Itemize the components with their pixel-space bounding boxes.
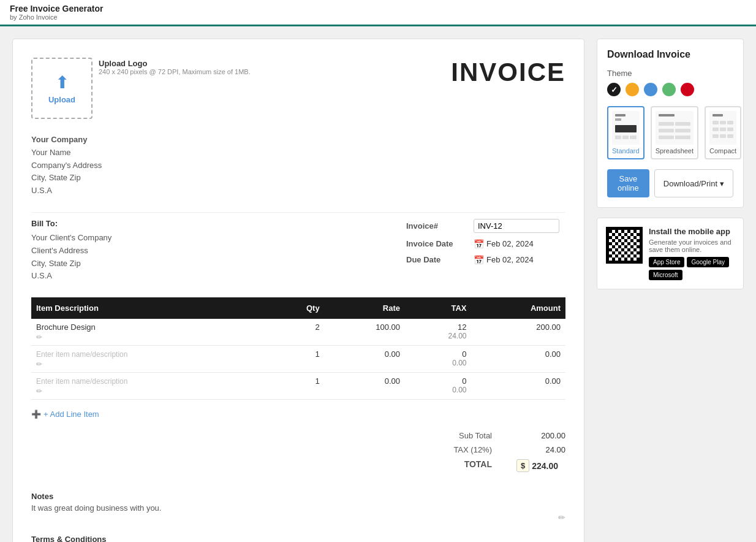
client-address[interactable]: Client's Address <box>31 245 406 258</box>
due-date-row: Due Date 📅 Feb 02, 2024 <box>406 255 565 265</box>
upload-title: Upload Logo <box>99 59 251 68</box>
standard-preview <box>612 111 640 145</box>
invoice-date-text[interactable]: Feb 02, 2024 <box>486 239 534 248</box>
col-rate: Rate <box>325 297 405 319</box>
row3-tax[interactable]: 0 0.00 <box>405 373 471 400</box>
mobile-app-title: Install the mobile app <box>649 227 735 236</box>
terms-section: Terms & Conditions Please make the payme… <box>31 535 565 542</box>
layout-compact[interactable]: Compact <box>705 106 741 159</box>
total-label: TOTAL <box>464 459 492 472</box>
col-tax: TAX <box>405 297 471 319</box>
add-line-label: + Add Line Item <box>43 410 99 419</box>
invoice-header: ⬆ Upload Upload Logo 240 x 240 pixels @ … <box>31 58 565 119</box>
add-line-item-button[interactable]: ➕ + Add Line Item <box>31 410 99 419</box>
theme-dot-dark[interactable] <box>607 83 621 96</box>
sender-company[interactable]: Your Company <box>31 134 565 147</box>
client-country[interactable]: U.S.A <box>31 270 406 283</box>
mobile-app-description: Generate your invoices and save them onl… <box>649 239 735 253</box>
notes-section: Notes It was great doing business with y… <box>31 492 565 522</box>
upload-icon: ⬆ <box>55 72 69 93</box>
calendar-icon-1: 📅 <box>474 239 484 249</box>
chevron-down-icon: ▾ <box>720 179 724 188</box>
theme-dot-green[interactable] <box>662 83 676 96</box>
row2-tax[interactable]: 0 0.00 <box>405 346 471 373</box>
notes-label: Notes <box>31 492 565 501</box>
sidebar-title: Download Invoice <box>607 49 733 60</box>
notes-text[interactable]: It was great doing business with you. <box>31 503 565 513</box>
invoice-title-text: INVOICE <box>451 58 565 87</box>
row1-tax[interactable]: 12 24.00 <box>405 319 471 346</box>
row2-description[interactable]: Enter item name/description ✏ <box>31 346 270 373</box>
theme-dot-blue[interactable] <box>644 83 657 96</box>
client-city[interactable]: City, State Zip <box>31 258 406 270</box>
row3-description[interactable]: Enter item name/description ✏ <box>31 373 270 400</box>
edit-icon-3[interactable]: ✏ <box>36 387 265 395</box>
qr-code <box>606 227 643 264</box>
bill-meta-row: Bill To: Your Client's Company Client's … <box>31 219 565 283</box>
total-amount: 224.00 <box>532 461 558 471</box>
theme-dot-red[interactable] <box>681 83 694 96</box>
sender-city-state-zip[interactable]: City, State Zip <box>31 172 565 185</box>
row2-amount[interactable]: 0.00 <box>472 346 565 373</box>
row1-description[interactable]: Brochure Design ✏ <box>31 319 270 346</box>
row1-qty[interactable]: 2 <box>270 319 325 346</box>
col-qty: Qty <box>270 297 325 319</box>
grand-total-row: TOTAL $ 224.00 <box>357 459 565 472</box>
spreadsheet-label: Spreadsheet <box>656 147 694 155</box>
total-value: $ 224.00 <box>516 459 565 472</box>
due-date-value: 📅 Feb 02, 2024 <box>474 255 565 265</box>
totals-section: Sub Total 200.00 TAX (12%) 24.00 TOTAL $… <box>31 431 565 477</box>
save-online-button[interactable]: Save online <box>607 169 649 197</box>
bill-to-section: Bill To: Your Client's Company Client's … <box>31 219 406 283</box>
row1-rate[interactable]: 100.00 <box>325 319 405 346</box>
row3-amount[interactable]: 0.00 <box>472 373 565 400</box>
spreadsheet-preview <box>656 111 694 145</box>
notes-edit-icon[interactable]: ✏ <box>31 513 565 522</box>
row3-placeholder: Enter item name/description <box>36 377 127 386</box>
table-row: Enter item name/description ✏ 1 0.00 0 0… <box>31 346 565 373</box>
currency-symbol[interactable]: $ <box>516 459 529 472</box>
edit-icon-1[interactable]: ✏ <box>36 333 265 342</box>
top-bar: Free Invoice Generator by Zoho Invoice <box>0 0 756 26</box>
sub-total-row: Sub Total 200.00 <box>357 431 565 440</box>
invoice-num-input[interactable] <box>474 219 559 233</box>
layout-spreadsheet[interactable]: Spreadsheet <box>651 106 698 159</box>
client-company[interactable]: Your Client's Company <box>31 232 406 245</box>
sender-country[interactable]: U.S.A <box>31 185 565 197</box>
table-row: Enter item name/description ✏ 1 0.00 0 0… <box>31 373 565 400</box>
row3-qty[interactable]: 1 <box>270 373 325 400</box>
layout-standard[interactable]: Standard <box>607 106 644 159</box>
upload-logo-button[interactable]: ⬆ Upload <box>31 58 93 119</box>
invoice-table: Item Description Qty Rate TAX Amount Bro… <box>31 297 565 400</box>
col-amount: Amount <box>472 297 565 319</box>
row2-rate[interactable]: 0.00 <box>325 346 405 373</box>
invoice-num-label: Invoice# <box>406 221 474 231</box>
sender-name[interactable]: Your Name <box>31 147 565 159</box>
row1-amount[interactable]: 200.00 <box>472 319 565 346</box>
due-date-text[interactable]: Feb 02, 2024 <box>486 255 534 264</box>
microsoft-badge[interactable]: Microsoft <box>649 270 682 280</box>
row2-qty[interactable]: 1 <box>270 346 325 373</box>
invoice-num-value <box>474 219 565 233</box>
standard-label: Standard <box>612 147 640 155</box>
tax-total-row: TAX (12%) 24.00 <box>357 445 565 454</box>
download-print-label: Download/Print <box>663 179 717 188</box>
download-section: Download Invoice Theme <box>597 39 744 208</box>
theme-dot-orange[interactable] <box>626 83 639 96</box>
app-store-badge[interactable]: App Store <box>649 257 684 267</box>
calendar-icon-2: 📅 <box>474 255 484 265</box>
edit-icon-2[interactable]: ✏ <box>36 360 265 368</box>
google-play-badge[interactable]: Google Play <box>687 257 728 267</box>
tax-value: 24.00 <box>516 445 565 454</box>
upload-label: Upload <box>48 95 75 104</box>
row3-rate[interactable]: 0.00 <box>325 373 405 400</box>
due-date-label: Due Date <box>406 255 474 264</box>
invoice-meta: Invoice# Invoice Date 📅 Feb 02, 2024 Due… <box>406 219 565 283</box>
invoice-date-value: 📅 Feb 02, 2024 <box>474 239 565 249</box>
bill-to-label: Bill To: <box>31 219 406 228</box>
download-print-button[interactable]: Download/Print ▾ <box>654 169 733 197</box>
sub-total-label: Sub Total <box>459 431 492 440</box>
sender-address[interactable]: Company's Address <box>31 159 565 172</box>
app-subtitle: by Zoho Invoice <box>10 13 746 21</box>
upload-hint: 240 x 240 pixels @ 72 DPI, Maximum size … <box>99 68 251 75</box>
